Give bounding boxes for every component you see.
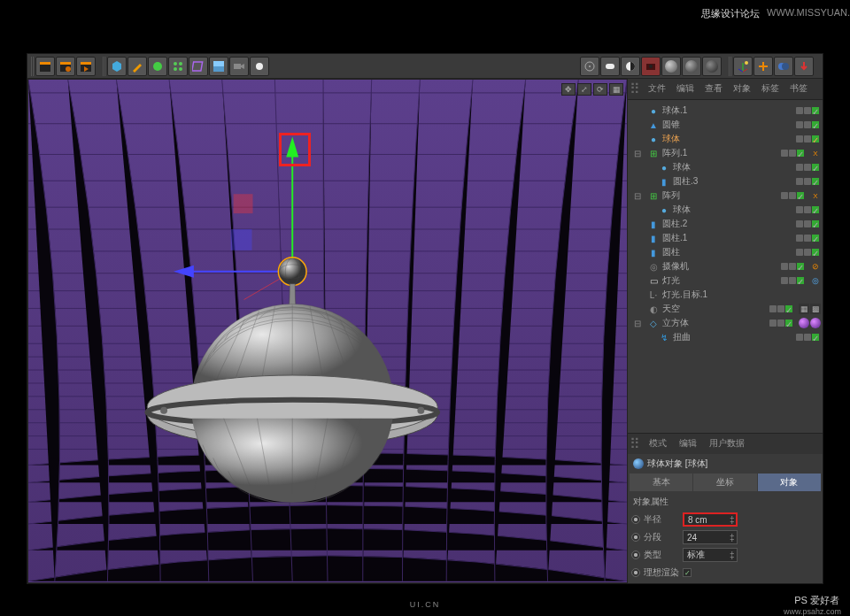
object-name: 圆柱 xyxy=(662,246,793,258)
hierarchy-item[interactable]: ▮圆柱✓ xyxy=(630,245,821,259)
visibility-dots[interactable]: ✓ xyxy=(796,249,819,256)
tab-bookmark[interactable]: 书签 xyxy=(787,81,810,97)
hierarchy-item[interactable]: ▮圆柱.3✓ xyxy=(630,174,821,189)
hierarchy-item[interactable]: ↯扭曲✓ xyxy=(630,330,821,344)
visibility-dots[interactable]: ✓ xyxy=(796,206,819,213)
nurbs-icon[interactable] xyxy=(148,57,167,76)
vp-layout-icon[interactable]: ▦ xyxy=(609,83,623,96)
hierarchy-item[interactable]: ▲圆锥✓ xyxy=(630,118,821,132)
tab-file[interactable]: 文件 xyxy=(645,81,668,97)
visibility-dots[interactable]: ✓ xyxy=(781,150,804,157)
object-type-icon: ◎ xyxy=(647,260,660,273)
attr-tab-userdata[interactable]: 用户数据 xyxy=(706,435,748,452)
visibility-dots[interactable]: ✓ xyxy=(796,121,819,128)
vp-move-icon[interactable]: ✥ xyxy=(561,83,576,96)
object-tag-icon[interactable]: X xyxy=(810,190,821,201)
camera-icon[interactable] xyxy=(229,57,249,76)
visibility-dots[interactable]: ✓ xyxy=(796,178,819,185)
render-target-icon[interactable] xyxy=(580,57,599,76)
light-icon[interactable] xyxy=(250,57,269,76)
spinner-icon[interactable]: ‡ xyxy=(730,533,735,543)
tab-tags[interactable]: 标签 xyxy=(759,81,782,97)
object-tag-icon[interactable] xyxy=(810,318,821,328)
hierarchy-item[interactable]: ◐天空✓▦▩ xyxy=(630,302,821,316)
viewport[interactable]: ✥ ⤢ ⟳ ▦ xyxy=(27,79,628,583)
attr-subtab[interactable]: 坐标 xyxy=(693,474,756,491)
svg-rect-1 xyxy=(40,62,50,65)
hierarchy-item[interactable]: ●球体✓ xyxy=(630,132,821,146)
env-icon[interactable] xyxy=(209,57,228,76)
visibility-dots[interactable]: ✓ xyxy=(796,164,819,171)
array-icon[interactable] xyxy=(168,57,188,76)
hierarchy-item[interactable]: ⊟⊞阵列✓X xyxy=(630,189,821,203)
object-name: 圆柱.2 xyxy=(662,218,793,230)
tab-object[interactable]: 对象 xyxy=(730,81,753,97)
svg-point-9 xyxy=(179,62,182,65)
deformer-icon[interactable] xyxy=(189,57,208,76)
spinner-icon[interactable]: ‡ xyxy=(730,515,735,525)
hierarchy-item[interactable]: ⊟◇立方体✓ xyxy=(630,316,821,330)
object-tag-icon[interactable] xyxy=(799,318,809,328)
spinner-icon[interactable]: ‡ xyxy=(730,551,735,560)
clapper-icon[interactable] xyxy=(35,57,55,76)
sphere-b-icon[interactable] xyxy=(682,57,701,76)
visibility-dots[interactable]: ✓ xyxy=(796,235,819,242)
svg-point-69 xyxy=(160,407,167,414)
object-type-icon: ● xyxy=(658,161,670,173)
hierarchy-item[interactable]: ●球体.1✓ xyxy=(630,104,821,118)
hierarchy-item[interactable]: ⊟⊞阵列.1✓X xyxy=(630,146,821,160)
object-tag-icon[interactable]: ◎ xyxy=(810,275,821,286)
attr-tab-mode[interactable]: 模式 xyxy=(645,435,670,452)
visibility-dots[interactable]: ✓ xyxy=(781,277,804,284)
hierarchy-item[interactable]: ▮圆柱.1✓ xyxy=(630,231,821,245)
expand-icon[interactable] xyxy=(753,57,773,76)
spheres-icon[interactable] xyxy=(774,57,793,76)
sphere-c-icon[interactable] xyxy=(702,57,722,76)
svg-point-16 xyxy=(256,63,263,70)
record-icon[interactable] xyxy=(641,57,661,76)
toggle-icon[interactable] xyxy=(600,57,620,76)
attr-subtab[interactable]: 基本 xyxy=(630,474,692,491)
visibility-dots[interactable]: ✓ xyxy=(796,107,819,114)
object-tag-icon[interactable]: ⊘ xyxy=(810,261,821,272)
contrast-icon[interactable] xyxy=(621,57,640,76)
tab-edit[interactable]: 编辑 xyxy=(674,81,697,97)
object-hierarchy[interactable]: ●球体.1✓▲圆锥✓●球体✓⊟⊞阵列.1✓X●球体✓▮圆柱.3✓⊟⊞阵列✓X●球… xyxy=(628,100,823,433)
attribute-manager: ⠿ 模式 编辑 用户数据 球体对象 [球体] 基本坐标对象 对象属性 半径‡分段… xyxy=(628,433,823,583)
visibility-dots[interactable]: ✓ xyxy=(781,192,804,199)
cube-icon[interactable] xyxy=(107,57,127,76)
sphere-a-icon[interactable] xyxy=(661,57,681,76)
tab-view[interactable]: 查看 xyxy=(702,81,725,97)
hierarchy-item[interactable]: L·灯光.目标.1 xyxy=(630,288,821,302)
vp-rotate-icon[interactable]: ⟳ xyxy=(593,83,607,96)
svg-rect-19 xyxy=(606,64,614,69)
visibility-dots[interactable]: ✓ xyxy=(796,220,819,227)
object-name: 圆锥 xyxy=(662,119,793,131)
object-tag-icon[interactable]: ▩ xyxy=(810,304,821,314)
hierarchy-item[interactable]: ●球体✓ xyxy=(630,203,821,217)
object-tag-icon[interactable]: ▦ xyxy=(799,304,809,314)
attr-row: 分段‡ xyxy=(631,528,819,546)
visibility-dots[interactable]: ✓ xyxy=(769,305,792,312)
hierarchy-item[interactable]: ▮圆柱.2✓ xyxy=(630,217,821,231)
visibility-dots[interactable]: ✓ xyxy=(769,320,792,327)
attr-subtab[interactable]: 对象 xyxy=(758,474,821,491)
clapper-gear-icon[interactable] xyxy=(56,57,75,76)
hierarchy-item[interactable]: ▭灯光✓◎ xyxy=(630,273,821,288)
object-type-icon: ▮ xyxy=(647,246,660,258)
attr-checkbox[interactable]: ✓ xyxy=(683,568,692,577)
arrow-down-icon[interactable] xyxy=(794,57,814,76)
hierarchy-item[interactable]: ◎摄像机✓⊘ xyxy=(630,259,821,273)
visibility-dots[interactable]: ✓ xyxy=(796,135,819,142)
axis-icon[interactable] xyxy=(733,57,753,76)
pen-icon[interactable] xyxy=(128,57,147,76)
vp-zoom-icon[interactable]: ⤢ xyxy=(577,83,591,96)
object-type-icon: ↯ xyxy=(658,331,670,343)
clapper-play-icon[interactable] xyxy=(76,57,96,76)
object-type-icon: ⊞ xyxy=(647,189,660,202)
visibility-dots[interactable]: ✓ xyxy=(781,263,804,270)
attr-tab-edit[interactable]: 编辑 xyxy=(676,435,700,452)
object-tag-icon[interactable]: X xyxy=(810,148,821,158)
hierarchy-item[interactable]: ●球体✓ xyxy=(630,160,821,174)
visibility-dots[interactable]: ✓ xyxy=(796,334,819,341)
